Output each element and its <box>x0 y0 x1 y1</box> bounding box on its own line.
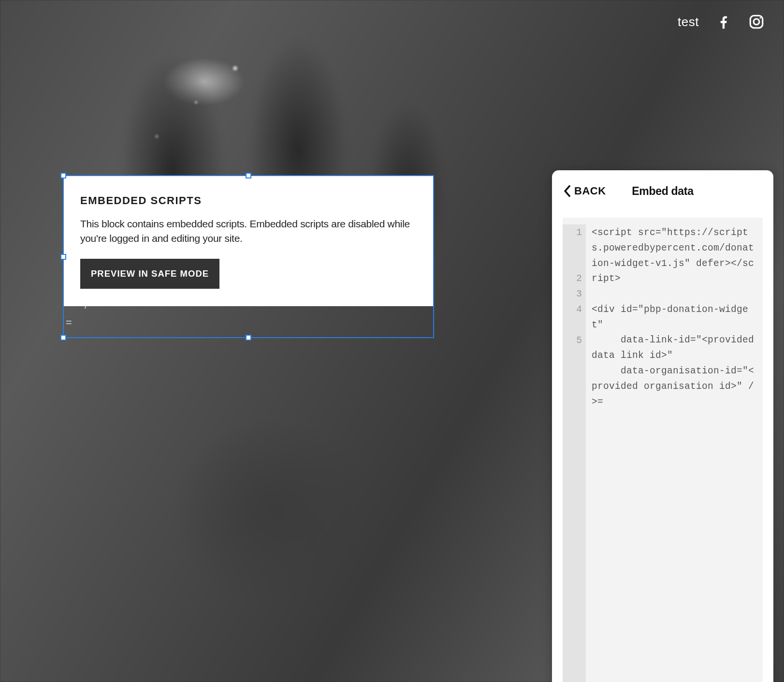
line-number: 2 <box>563 271 582 287</box>
instagram-icon[interactable] <box>748 14 765 30</box>
top-nav: test <box>678 14 765 30</box>
line-number: 3 <box>563 287 582 302</box>
embed-data-panel: BACK Embed data 1 2 3 4 5 <script src="h… <box>552 170 773 682</box>
back-label: BACK <box>574 185 606 197</box>
code-content[interactable]: <script src="https://scripts.poweredbype… <box>586 224 763 682</box>
trailing-symbol: = <box>66 316 72 329</box>
back-button[interactable]: BACK <box>563 185 606 197</box>
resize-handle-bottom-middle[interactable] <box>246 335 251 341</box>
resize-handle-top-middle[interactable] <box>246 173 251 178</box>
facebook-icon[interactable] <box>715 14 732 30</box>
svg-point-1 <box>754 19 759 25</box>
panel-header: BACK Embed data <box>563 183 763 199</box>
resize-handle-bottom-left[interactable] <box>60 335 66 341</box>
chevron-left-icon <box>563 185 571 197</box>
preview-safe-mode-button[interactable]: PREVIEW IN SAFE MODE <box>80 259 219 289</box>
svg-point-2 <box>759 17 761 19</box>
line-number: 1 <box>563 225 582 271</box>
resize-handle-middle-left[interactable] <box>60 254 66 260</box>
nav-link-test[interactable]: test <box>678 15 699 30</box>
line-number: 5 <box>563 333 582 364</box>
line-number: 4 <box>563 302 582 333</box>
embedded-scripts-heading: EMBEDDED SCRIPTS <box>80 194 417 207</box>
code-editor[interactable]: 1 2 3 4 5 <script src="https://scripts.p… <box>563 218 763 682</box>
embedded-scripts-description: This block contains embedded scripts. Em… <box>80 217 417 246</box>
line-number-gutter: 1 2 3 4 5 <box>563 224 586 682</box>
embedded-scripts-card[interactable]: EMBEDDED SCRIPTS This block contains emb… <box>64 176 433 306</box>
panel-title: Embed data <box>632 185 693 198</box>
resize-handle-top-left[interactable] <box>60 173 66 178</box>
